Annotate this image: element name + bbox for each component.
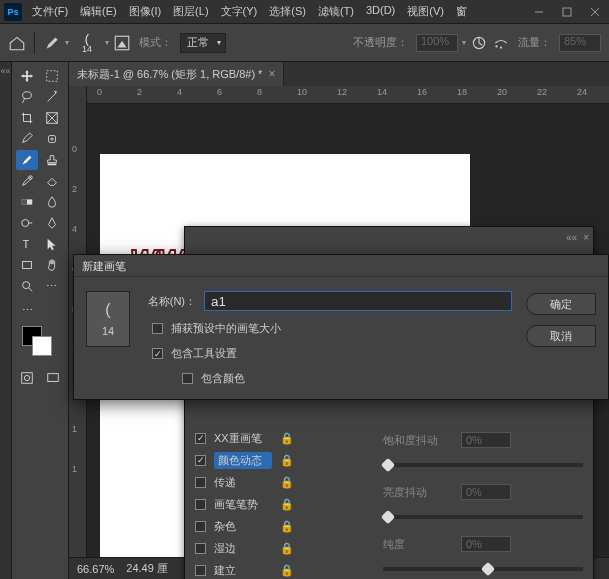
tab-title: 未标题-1 @ 66.7% (矩形 1, RGB/8#) * — [77, 67, 262, 82]
name-label: 名称(N)： — [144, 294, 196, 309]
slider-label: 饱和度抖动 — [383, 433, 453, 448]
pen-tool[interactable] — [41, 213, 63, 233]
brush-glyph: ( — [85, 32, 89, 45]
menu-type[interactable]: 文字(Y) — [215, 0, 264, 23]
quickmask-icon[interactable] — [16, 368, 38, 388]
hand-tool[interactable] — [41, 255, 63, 275]
background-color[interactable] — [32, 336, 52, 356]
menu-edit[interactable]: 编辑(E) — [74, 0, 123, 23]
stamp-tool[interactable] — [41, 150, 63, 170]
slider-thumb[interactable] — [381, 510, 395, 524]
lock-icon[interactable]: 🔒 — [280, 454, 294, 467]
checkbox[interactable] — [195, 499, 206, 510]
brush-tool-icon[interactable] — [43, 34, 61, 52]
slider-track[interactable] — [383, 515, 583, 519]
include-color-label: 包含颜色 — [201, 371, 245, 386]
more-tools[interactable]: ⋯ — [41, 276, 63, 296]
slider-value[interactable]: 0% — [461, 536, 511, 552]
move-tool[interactable] — [16, 66, 38, 86]
dodge-tool[interactable] — [16, 213, 38, 233]
slider-row: 纯度 0% — [383, 533, 583, 555]
history-brush-tool[interactable] — [16, 171, 38, 191]
checkbox[interactable] — [195, 477, 206, 488]
heal-tool[interactable] — [41, 129, 63, 149]
brush-option-label: 杂色 — [214, 519, 272, 534]
chevron-down-icon[interactable]: ▾ — [462, 38, 466, 47]
menu-filter[interactable]: 滤镜(T) — [312, 0, 360, 23]
color-swatches[interactable] — [12, 320, 68, 364]
brush-name-input[interactable] — [204, 291, 512, 311]
slider-track[interactable] — [383, 567, 583, 571]
gradient-tool[interactable] — [16, 192, 38, 212]
capture-size-label: 捕获预设中的画笔大小 — [171, 321, 281, 336]
frame-tool[interactable] — [41, 108, 63, 128]
menu-select[interactable]: 选择(S) — [263, 0, 312, 23]
brush-panel-icon[interactable] — [113, 34, 131, 52]
collapse-handle[interactable]: «« — [0, 62, 12, 579]
checkbox[interactable] — [195, 565, 206, 576]
type-tool[interactable]: T — [16, 234, 38, 254]
brush-size-preview[interactable]: ( 14 — [73, 32, 101, 54]
brush-tool[interactable] — [16, 150, 38, 170]
zoom-level[interactable]: 66.67% — [77, 563, 114, 575]
lock-icon[interactable]: 🔒 — [280, 476, 294, 489]
include-color-checkbox[interactable] — [182, 373, 193, 384]
slider-thumb[interactable] — [481, 562, 495, 576]
checkbox[interactable] — [195, 521, 206, 532]
pressure-opacity-icon[interactable] — [470, 34, 488, 52]
cancel-button[interactable]: 取消 — [526, 325, 596, 347]
path-select-tool[interactable] — [41, 234, 63, 254]
close-button[interactable] — [581, 0, 609, 24]
close-icon[interactable]: × — [268, 67, 275, 81]
menu-bar: 文件(F) 编辑(E) 图像(I) 图层(L) 文字(Y) 选择(S) 滤镜(T… — [26, 0, 525, 23]
blur-tool[interactable] — [41, 192, 63, 212]
opacity-input[interactable]: 100% — [416, 34, 458, 52]
chevron-down-icon[interactable]: ▾ — [105, 38, 109, 47]
blend-mode-select[interactable]: 正常 — [180, 33, 226, 53]
menu-layer[interactable]: 图层(L) — [167, 0, 214, 23]
flow-input[interactable]: 85% — [559, 34, 601, 52]
rectangle-tool[interactable] — [16, 255, 38, 275]
wand-tool[interactable] — [41, 87, 63, 107]
menu-3d[interactable]: 3D(D) — [360, 0, 401, 23]
menu-view[interactable]: 视图(V) — [401, 0, 450, 23]
ok-button[interactable]: 确定 — [526, 293, 596, 315]
home-icon[interactable] — [8, 34, 26, 52]
collapse-icon[interactable]: «« — [566, 232, 577, 243]
chevron-down-icon[interactable]: ▾ — [65, 38, 69, 47]
lock-icon[interactable]: 🔒 — [280, 564, 294, 577]
close-icon[interactable]: × — [583, 232, 589, 243]
preview-size: 14 — [102, 325, 114, 337]
slider-value[interactable]: 0% — [461, 484, 511, 500]
edit-toolbar[interactable]: ⋯ — [16, 300, 38, 320]
slider-thumb[interactable] — [381, 458, 395, 472]
lasso-tool[interactable] — [16, 87, 38, 107]
eraser-tool[interactable] — [41, 171, 63, 191]
checkbox[interactable] — [195, 433, 206, 444]
menu-image[interactable]: 图像(I) — [123, 0, 167, 23]
airbrush-icon[interactable] — [492, 34, 510, 52]
lock-icon[interactable]: 🔒 — [280, 432, 294, 445]
crop-tool[interactable] — [16, 108, 38, 128]
minimize-button[interactable] — [525, 0, 553, 24]
checkbox[interactable] — [195, 455, 206, 466]
menu-window[interactable]: 窗 — [450, 0, 473, 23]
lock-icon[interactable]: 🔒 — [280, 498, 294, 511]
capture-size-checkbox[interactable] — [152, 323, 163, 334]
lock-icon[interactable]: 🔒 — [280, 542, 294, 555]
checkbox[interactable] — [195, 543, 206, 554]
document-tab[interactable]: 未标题-1 @ 66.7% (矩形 1, RGB/8#) * × — [69, 62, 284, 86]
screenmode-icon[interactable] — [42, 368, 64, 388]
slider-value[interactable]: 0% — [461, 432, 511, 448]
maximize-button[interactable] — [553, 0, 581, 24]
include-tool-settings-checkbox[interactable] — [152, 348, 163, 359]
brush-option-label: 传递 — [214, 475, 272, 490]
marquee-tool[interactable] — [41, 66, 63, 86]
eyedropper-tool[interactable] — [16, 129, 38, 149]
menu-file[interactable]: 文件(F) — [26, 0, 74, 23]
zoom-tool[interactable] — [16, 276, 38, 296]
lock-icon[interactable]: 🔒 — [280, 520, 294, 533]
slider-track[interactable] — [383, 463, 583, 467]
svg-rect-12 — [22, 199, 27, 204]
doc-size[interactable]: 24.49 厘 — [126, 561, 168, 576]
